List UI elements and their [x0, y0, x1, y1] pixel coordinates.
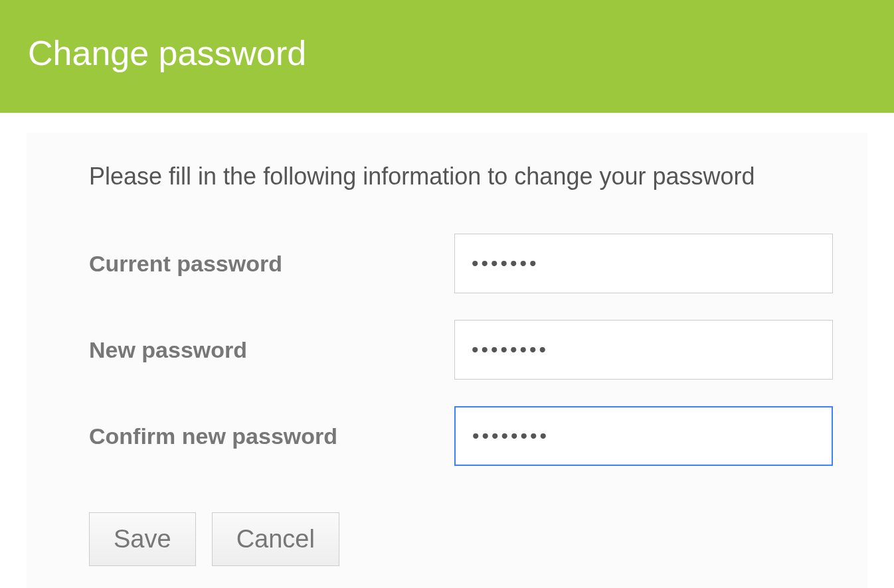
button-row: Save Cancel [52, 512, 842, 566]
confirm-password-input[interactable] [454, 406, 833, 466]
current-password-input[interactable] [454, 234, 833, 293]
new-password-input[interactable] [454, 320, 833, 380]
save-button[interactable]: Save [89, 512, 196, 566]
new-password-row: New password [52, 320, 842, 380]
form-instruction: Please fill in the following information… [52, 159, 842, 194]
new-password-label: New password [89, 337, 454, 363]
confirm-password-label: Confirm new password [89, 423, 454, 449]
current-password-row: Current password [52, 234, 842, 293]
cancel-button[interactable]: Cancel [212, 512, 339, 566]
confirm-password-row: Confirm new password [52, 406, 842, 466]
current-password-label: Current password [89, 251, 454, 277]
page-title: Change password [28, 33, 306, 73]
page-header: Change password [0, 0, 894, 113]
form-container: Please fill in the following information… [27, 133, 867, 588]
